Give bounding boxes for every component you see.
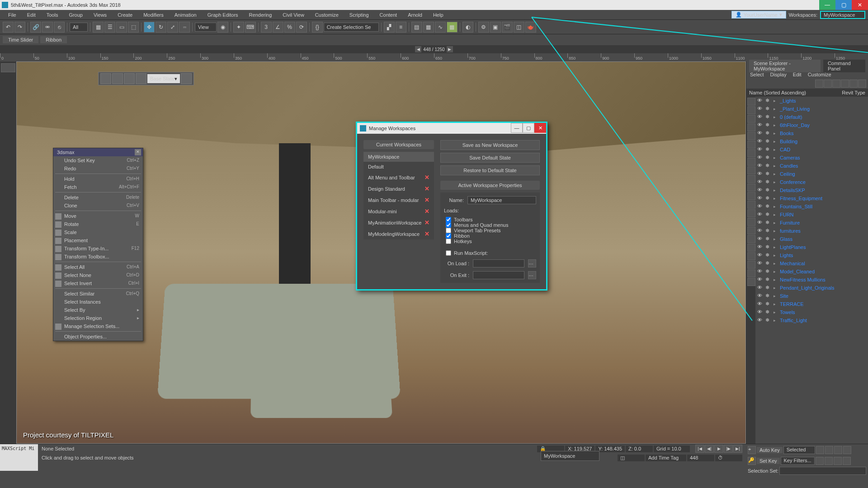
scene-item[interactable]: 👁❄▸furnitures [755,227,868,235]
expand-icon[interactable]: ▸ [774,269,778,274]
nav-7[interactable] [834,457,842,465]
workspace-item[interactable]: Alt Menu and Toolbar✕ [363,172,434,183]
run-maxscript-checkbox[interactable] [446,250,451,256]
scene-item[interactable]: 👁❄▸Pendant_Light_Originals [755,284,868,292]
workspace-item[interactable]: Design Standard✕ [363,183,434,194]
expand-icon[interactable]: ▸ [774,286,778,290]
filter-20-icon[interactable] [747,269,755,277]
expand-icon[interactable]: ▸ [774,253,778,258]
expand-icon[interactable]: ▸ [774,147,778,152]
delete-workspace-icon[interactable]: ✕ [425,174,429,181]
restore-default-state-button[interactable]: Restore to Default State [440,165,540,175]
placement-button[interactable]: ⎓ [179,22,190,33]
visibility-icon[interactable]: 👁 [757,171,764,177]
isolate-button[interactable]: ◫ [618,455,645,461]
freeze-icon[interactable]: ❄ [765,285,772,291]
ctx-select-invert[interactable]: Select InvertCtrl+I [53,279,143,287]
scene-item[interactable]: 👁❄▸0 (default) [755,113,868,121]
rotate-button[interactable]: ↻ [156,22,166,33]
render-prod-button[interactable]: 🫖 [525,22,536,33]
nav-5[interactable] [816,457,824,465]
setkey-button[interactable]: Set Key [757,458,780,464]
scene-item[interactable]: 👁❄▸Traffic_Light [755,316,868,324]
workspace-item[interactable]: Default [363,162,434,172]
workspace-item[interactable]: MyAnimationWorkspace✕ [363,217,434,228]
delete-workspace-icon[interactable]: ✕ [425,208,429,215]
freeze-icon[interactable]: ❄ [765,146,772,153]
render-button[interactable]: 🎬 [502,22,513,33]
move-button[interactable]: ✥ [144,22,155,33]
expand-icon[interactable]: ▸ [774,99,778,103]
visibility-icon[interactable]: 👁 [757,285,764,291]
exp-btn-1[interactable] [815,80,823,88]
redo-button[interactable]: ↷ [14,22,25,33]
filter-shapes-icon[interactable] [747,106,755,114]
visibility-icon[interactable]: 👁 [757,301,764,307]
menu-file[interactable]: File [3,10,22,19]
autokey-button[interactable]: Auto Key [757,447,783,453]
visibility-icon[interactable]: 👁 [757,114,764,120]
filter-19-icon[interactable] [747,261,755,269]
select-name-button[interactable]: ☰ [104,22,115,33]
set-key-button[interactable]: + [748,446,756,454]
freeze-icon[interactable]: ❄ [765,130,772,136]
undo-button[interactable]: ↶ [3,22,14,33]
expand-icon[interactable]: ▸ [774,261,778,266]
viewport[interactable]: Base State ▾ Project courtesy of TILTPIX… [16,61,746,444]
freeze-icon[interactable]: ❄ [765,277,772,283]
tab-ribbon[interactable]: Ribbon [40,36,67,43]
filter-invert-icon[interactable] [747,218,755,226]
scene-item[interactable]: 👁❄▸DetailsSKP [755,186,868,194]
visibility-icon[interactable]: 👁 [757,317,764,324]
explorer-column-header[interactable]: Name (Sorted Ascending) Revit Type [746,89,868,97]
filter-21-icon[interactable] [747,278,755,286]
layer-button[interactable]: ▤ [411,22,422,33]
scene-item[interactable]: 👁❄▸Model_Cleaned [755,267,868,276]
freeze-icon[interactable]: ❄ [765,317,772,324]
render-setup-button[interactable]: ⚙ [478,22,489,33]
filter-all-icon[interactable] [747,201,755,209]
menu-edit[interactable]: Edit [22,10,41,19]
workspace-item[interactable]: MyModelingWorkspace✕ [363,228,434,239]
goto-end-button[interactable]: ▶| [733,445,742,453]
scene-item[interactable]: 👁❄▸TERRACE [755,300,868,308]
filter-xrefs-icon[interactable] [747,158,755,166]
freeze-icon[interactable]: ❄ [765,252,772,258]
freeze-icon[interactable]: ❄ [765,171,772,177]
expand-icon[interactable]: ▸ [774,229,778,233]
exp-btn-6[interactable] [858,80,866,88]
dialog-close[interactable]: ✕ [534,123,546,133]
filter-bones-icon[interactable] [747,166,755,174]
set-key-icon[interactable]: 🔑 [748,457,756,465]
scene-object-list[interactable]: 👁❄▸_Lights👁❄▸_Plant_Living👁❄▸0 (default)… [755,97,868,444]
visibility-icon[interactable]: 👁 [757,146,764,153]
visibility-icon[interactable]: 👁 [757,236,764,242]
dialog-minimize[interactable]: — [511,123,523,133]
next-frame-button[interactable]: |▶ [724,445,733,453]
time-config-button[interactable]: ⏱ [715,455,742,461]
scene-item[interactable]: 👁❄▸LightPlanes [755,243,868,251]
visibility-icon[interactable]: 👁 [757,179,764,185]
unlink-button[interactable]: ⚮ [42,22,53,33]
expand-icon[interactable]: ▸ [774,294,778,298]
exp-btn-2[interactable] [824,80,832,88]
expand-icon[interactable]: ▸ [774,245,778,249]
expand-icon[interactable]: ▸ [774,123,778,127]
nav-3[interactable] [834,446,842,454]
freeze-icon[interactable]: ❄ [765,179,772,185]
dock-expand-button[interactable] [1,63,15,72]
maxscript-listener[interactable]: MAXScript Mi [0,444,38,471]
vp-btn-5[interactable] [181,73,192,84]
expand-icon[interactable]: ▸ [774,302,778,306]
visibility-icon[interactable]: 👁 [757,293,764,299]
add-time-tag[interactable]: Add Time Tag [646,455,686,461]
freeze-icon[interactable]: ❄ [765,106,772,112]
ctx-select-by[interactable]: Select By▸ [53,306,143,314]
freeze-icon[interactable]: ❄ [765,244,772,250]
scene-item[interactable]: 👁❄▸Glass [755,235,868,243]
freeze-icon[interactable]: ❄ [765,203,772,210]
save-new-workspace-button[interactable]: Save as New Workspace [440,140,540,150]
scene-item[interactable]: 👁❄▸CAD [755,145,868,154]
toggle-ribbon-button[interactable]: ▦ [423,22,434,33]
on-load-browse[interactable]: … [528,259,536,267]
